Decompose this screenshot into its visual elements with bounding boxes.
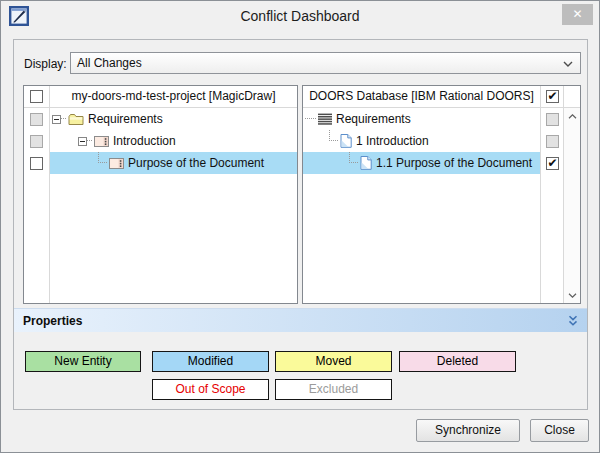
tree-row-label: 1.1 Purpose of the Document bbox=[376, 156, 532, 170]
left-select-all-checkbox[interactable] bbox=[30, 90, 43, 103]
properties-section-header[interactable]: Properties bbox=[14, 308, 587, 332]
row-checkbox-disabled bbox=[546, 113, 559, 126]
right-tree: DOORS Database [IBM Rational DOORS] bbox=[303, 86, 540, 303]
document-icon bbox=[360, 156, 372, 170]
tree-row-1-introduction[interactable]: 1 Introduction bbox=[303, 130, 540, 152]
row-checkbox-cell bbox=[24, 108, 49, 130]
display-filter-value: All Changes bbox=[77, 56, 142, 70]
row-checkbox[interactable] bbox=[546, 157, 559, 170]
tree-row-requirements-module[interactable]: Requirements bbox=[303, 108, 540, 130]
row-checkbox-disabled bbox=[546, 135, 559, 148]
scrollbar-spacer bbox=[564, 86, 580, 108]
legend-out-of-scope[interactable]: Out of Scope bbox=[152, 379, 269, 400]
row-checkbox-cell bbox=[541, 108, 563, 130]
folder-icon bbox=[68, 113, 84, 126]
conflict-dashboard-dialog: Conflict Dashboard ✕ Display: All Change… bbox=[0, 0, 600, 453]
left-panel-header: my-doors-md-test-project [MagicDraw] bbox=[50, 86, 297, 108]
requirement-icon bbox=[109, 158, 124, 169]
tree-row-label: Requirements bbox=[88, 112, 163, 126]
tree-connector bbox=[349, 152, 358, 163]
tree-row-requirements[interactable]: Requirements bbox=[50, 108, 297, 130]
titlebar: Conflict Dashboard ✕ bbox=[1, 1, 599, 31]
close-button[interactable]: Close bbox=[530, 419, 589, 442]
tree-row-label: 1 Introduction bbox=[356, 134, 429, 148]
legend-moved[interactable]: Moved bbox=[275, 351, 392, 372]
right-panel-header: DOORS Database [IBM Rational DOORS] bbox=[303, 86, 540, 108]
tree-row-label: Requirements bbox=[336, 112, 411, 126]
scrollbar-track[interactable] bbox=[564, 124, 580, 287]
left-header-checkbox-cell bbox=[24, 86, 49, 108]
magicdraw-tree-panel: my-doors-md-test-project [MagicDraw] Req… bbox=[23, 85, 298, 304]
right-select-all-checkbox[interactable] bbox=[546, 90, 559, 103]
double-chevron-down-icon bbox=[568, 315, 578, 327]
tree-row-label: Purpose of the Document bbox=[128, 156, 264, 170]
left-checkbox-column bbox=[24, 86, 50, 303]
row-checkbox-disabled bbox=[30, 113, 43, 126]
legend-deleted[interactable]: Deleted bbox=[399, 351, 516, 372]
tree-connector bbox=[61, 118, 66, 120]
tree-connector bbox=[98, 152, 107, 163]
row-checkbox-cell bbox=[541, 152, 563, 174]
tree-row-1-1-purpose[interactable]: 1.1 Purpose of the Document bbox=[303, 152, 540, 174]
tree-connector bbox=[329, 130, 338, 141]
tree-connector bbox=[305, 118, 316, 120]
tree-row-label: Introduction bbox=[113, 134, 176, 148]
scroll-down-arrow[interactable] bbox=[564, 287, 580, 303]
synchronize-button[interactable]: Synchronize bbox=[416, 419, 520, 442]
document-icon bbox=[340, 134, 352, 148]
close-window-button[interactable]: ✕ bbox=[562, 4, 593, 25]
row-checkbox-disabled bbox=[30, 135, 43, 148]
tree-row-purpose[interactable]: Purpose of the Document bbox=[50, 152, 297, 174]
display-filter-dropdown[interactable]: All Changes bbox=[70, 52, 581, 74]
doors-module-icon bbox=[318, 113, 332, 126]
display-label: Display: bbox=[24, 57, 67, 71]
legend-new-entity[interactable]: New Entity bbox=[25, 351, 141, 372]
doors-tree-panel: DOORS Database [IBM Rational DOORS] bbox=[302, 85, 581, 304]
right-checkbox-column bbox=[540, 86, 563, 303]
legend-modified[interactable]: Modified bbox=[152, 351, 269, 372]
legend-excluded: Excluded bbox=[275, 379, 392, 400]
tree-connector bbox=[87, 140, 92, 142]
close-icon: ✕ bbox=[572, 7, 582, 21]
row-checkbox[interactable] bbox=[30, 157, 43, 170]
right-header-checkbox-cell bbox=[541, 86, 563, 108]
tree-row-introduction[interactable]: Introduction bbox=[50, 130, 297, 152]
window-title: Conflict Dashboard bbox=[1, 1, 599, 31]
requirement-icon bbox=[94, 136, 109, 147]
vertical-scrollbar[interactable] bbox=[563, 86, 580, 303]
row-checkbox-cell bbox=[24, 130, 49, 152]
collapse-toggle-icon[interactable] bbox=[52, 115, 61, 124]
row-checkbox-cell bbox=[24, 152, 49, 174]
chevron-down-icon bbox=[563, 61, 573, 67]
row-checkbox-cell bbox=[541, 130, 563, 152]
properties-label: Properties bbox=[14, 314, 82, 328]
scroll-up-arrow[interactable] bbox=[564, 108, 580, 124]
left-tree: my-doors-md-test-project [MagicDraw] Req… bbox=[50, 86, 297, 303]
collapse-toggle-icon[interactable] bbox=[78, 137, 87, 146]
